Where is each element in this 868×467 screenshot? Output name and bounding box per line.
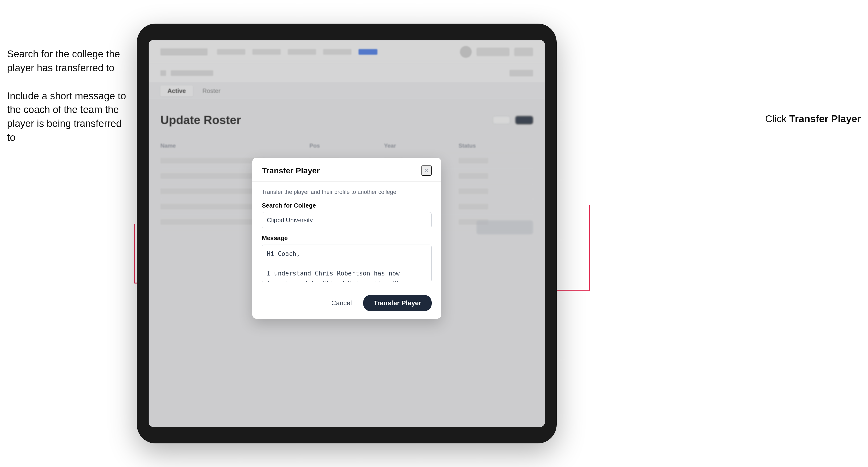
- annotation-text-1: Search for the college the player has tr…: [7, 47, 130, 75]
- tablet-screen: Active Roster Update Roster Name Pos Yea…: [149, 40, 545, 427]
- tablet-device: Active Roster Update Roster Name Pos Yea…: [137, 24, 557, 443]
- modal-overlay: Transfer Player × Transfer the player an…: [149, 40, 545, 427]
- transfer-player-confirm-button[interactable]: Transfer Player: [363, 295, 432, 311]
- message-label: Message: [262, 235, 432, 242]
- modal-body: Transfer the player and their profile to…: [252, 182, 441, 290]
- annotation-right-bold: Transfer Player: [789, 113, 861, 124]
- annotation-left: Search for the college the player has tr…: [7, 47, 130, 159]
- modal-description: Transfer the player and their profile to…: [262, 189, 432, 195]
- annotation-right-prefix: Click: [765, 113, 789, 124]
- modal-footer: Cancel Transfer Player: [252, 290, 441, 319]
- modal-close-button[interactable]: ×: [421, 165, 432, 176]
- modal-title: Transfer Player: [262, 166, 320, 175]
- cancel-button[interactable]: Cancel: [324, 296, 358, 310]
- message-textarea[interactable]: Hi Coach, I understand Chris Robertson h…: [262, 245, 432, 282]
- modal-header: Transfer Player ×: [252, 158, 441, 182]
- annotation-right: Click Transfer Player: [765, 113, 861, 125]
- search-college-input[interactable]: [262, 212, 432, 228]
- annotation-text-2: Include a short message to the coach of …: [7, 89, 130, 145]
- transfer-player-modal: Transfer Player × Transfer the player an…: [252, 158, 441, 319]
- close-icon: ×: [424, 166, 429, 175]
- search-college-label: Search for College: [262, 202, 432, 209]
